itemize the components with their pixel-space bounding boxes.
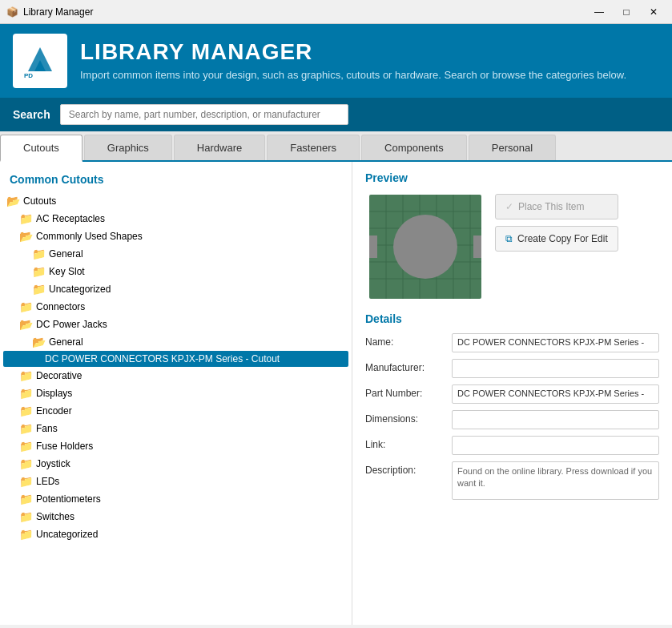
header-description: Import common items into your design, su… — [80, 68, 626, 83]
part-number-label: Part Number: — [365, 384, 445, 399]
search-label: Search — [13, 108, 50, 121]
tree-item-displays[interactable]: 📁 Displays — [3, 384, 348, 402]
tab-fasteners[interactable]: Fasteners — [267, 135, 360, 160]
search-bar: Search — [0, 98, 672, 131]
tree-item-switches[interactable]: 📁 Switches — [3, 508, 348, 525]
header-title: LIBRARY MANAGER — [80, 39, 626, 65]
folder-icon: 📁 — [19, 457, 33, 470]
search-input[interactable] — [60, 104, 348, 125]
tree-item-uncategorized-1[interactable]: 📁 Uncategorized — [3, 280, 348, 298]
right-panel: Preview — [352, 162, 672, 625]
tab-graphics[interactable]: Graphics — [84, 135, 172, 160]
detail-row-dimensions: Dimensions: — [365, 410, 659, 429]
tree-item-general-2[interactable]: 📂 General — [3, 333, 348, 351]
header: PD LIBRARY MANAGER Import common items i… — [0, 24, 672, 98]
tree-item-key-slot[interactable]: 📁 Key Slot — [3, 263, 348, 280]
tab-personal[interactable]: Personal — [469, 135, 556, 160]
tree-label: Commonly Used Shapes — [36, 231, 143, 242]
tree-label: General — [49, 336, 83, 348]
tree-label: LEDs — [36, 476, 59, 487]
tree-label: Encoder — [36, 405, 72, 417]
link-label: Link: — [365, 436, 445, 450]
minimize-button[interactable]: — — [587, 4, 611, 20]
details-title: Details — [365, 312, 659, 325]
checkmark-icon: ✓ — [505, 201, 513, 212]
tree-item-encoder[interactable]: 📁 Encoder — [3, 402, 348, 420]
folder-icon: 📁 — [32, 248, 46, 260]
tree-label: Joystick — [36, 458, 70, 469]
folder-icon: 📁 — [19, 300, 33, 313]
tree-item-connectors[interactable]: 📁 Connectors — [3, 298, 348, 316]
folder-icon: 📁 — [19, 510, 33, 523]
folder-icon: 📁 — [19, 493, 33, 505]
detail-row-manufacturer: Manufacturer: — [365, 359, 659, 378]
tree-label: DC POWER CONNECTORS KPJX-PM Series - Cut… — [45, 353, 280, 364]
svg-rect-17 — [369, 235, 377, 258]
tree-label: AC Receptacles — [36, 213, 105, 224]
part-number-value: DC POWER CONNECTORS KPJX-PM Series - — [452, 384, 659, 404]
tab-cutouts[interactable]: Cutouts — [0, 135, 82, 162]
close-button[interactable]: ✕ — [642, 4, 666, 20]
tree-label: Decorative — [36, 370, 82, 381]
preview-title: Preview — [365, 171, 659, 184]
tree-item-uncategorized-2[interactable]: 📁 Uncategorized — [3, 525, 348, 543]
dimensions-value — [452, 410, 659, 429]
folder-icon: 📁 — [19, 387, 33, 400]
tree-label: DC Power Jacks — [36, 319, 107, 330]
create-copy-label: Create Copy For Edit — [517, 233, 608, 244]
tree-item-potentiometers[interactable]: 📁 Potentiometers — [3, 490, 348, 508]
detail-row-part-number: Part Number: DC POWER CONNECTORS KPJX-PM… — [365, 384, 659, 404]
place-item-button[interactable]: ✓ Place This Item — [495, 194, 618, 219]
tree-label: Connectors — [36, 301, 85, 312]
tree-label: Key Slot — [49, 266, 85, 277]
svg-point-16 — [393, 215, 457, 279]
tree-item-dc-power-jacks[interactable]: 📂 DC Power Jacks — [3, 316, 348, 333]
description-value: Found on the online library. Press downl… — [452, 461, 659, 500]
tree-label: Uncategorized — [49, 284, 111, 295]
place-label: Place This Item — [518, 201, 584, 212]
maximize-button[interactable]: □ — [614, 4, 638, 20]
tree-label: General — [49, 248, 83, 260]
folder-icon: 📁 — [19, 212, 33, 225]
folder-icon: 📁 — [19, 475, 33, 488]
tree-item-leds[interactable]: 📁 LEDs — [3, 473, 348, 490]
tree-item-joystick[interactable]: 📁 Joystick — [3, 455, 348, 473]
title-bar-controls: — □ ✕ — [587, 4, 666, 20]
tree-label: Displays — [36, 388, 72, 399]
panel-title: Common Cutouts — [0, 168, 352, 192]
manufacturer-label: Manufacturer: — [365, 359, 445, 373]
tree: 📂 Cutouts 📁 AC Receptacles 📂 Commonly Us… — [0, 192, 352, 543]
tree-label: Switches — [36, 511, 74, 522]
app-title: Library Manager — [23, 6, 93, 18]
folder-icon: 📁 — [19, 405, 33, 417]
folder-open-icon: 📂 — [6, 195, 20, 207]
folder-icon: 📁 — [19, 528, 33, 541]
tree-item-fuse-holders[interactable]: 📁 Fuse Holders — [3, 437, 348, 455]
tab-components[interactable]: Components — [361, 135, 467, 160]
folder-icon: 📁 — [32, 265, 46, 278]
tree-item-decorative[interactable]: 📁 Decorative — [3, 367, 348, 384]
tabs: Cutouts Graphics Hardware Fasteners Comp… — [0, 131, 672, 162]
main-content: Common Cutouts 📂 Cutouts 📁 AC Receptacle… — [0, 162, 672, 625]
tree-item-commonly-used-shapes[interactable]: 📂 Commonly Used Shapes — [3, 227, 348, 245]
name-value: DC POWER CONNECTORS KPJX-PM Series - — [452, 333, 659, 352]
tree-label: Fuse Holders — [36, 441, 93, 452]
tree-label: Uncategorized — [36, 529, 98, 540]
name-label: Name: — [365, 333, 445, 348]
tree-item-dc-power-connectors[interactable]: DC POWER CONNECTORS KPJX-PM Series - Cut… — [3, 351, 348, 367]
detail-row-name: Name: DC POWER CONNECTORS KPJX-PM Series… — [365, 333, 659, 352]
tree-label: Potentiometers — [36, 493, 101, 505]
dimensions-label: Dimensions: — [365, 410, 445, 425]
folder-icon: 📁 — [32, 283, 46, 296]
title-bar: 📦 Library Manager — □ ✕ — [0, 0, 672, 24]
tree-item-cutouts[interactable]: 📂 Cutouts — [3, 192, 348, 210]
tab-hardware[interactable]: Hardware — [174, 135, 265, 160]
detail-row-link: Link: — [365, 436, 659, 455]
header-text: LIBRARY MANAGER Import common items into… — [80, 39, 626, 83]
folder-open-icon: 📂 — [19, 318, 33, 331]
folder-icon: 📁 — [19, 369, 33, 382]
tree-item-general-1[interactable]: 📁 General — [3, 245, 348, 263]
create-copy-button[interactable]: ⧉ Create Copy For Edit — [495, 226, 618, 252]
tree-item-ac-receptacles[interactable]: 📁 AC Receptacles — [3, 210, 348, 227]
tree-item-fans[interactable]: 📁 Fans — [3, 420, 348, 437]
